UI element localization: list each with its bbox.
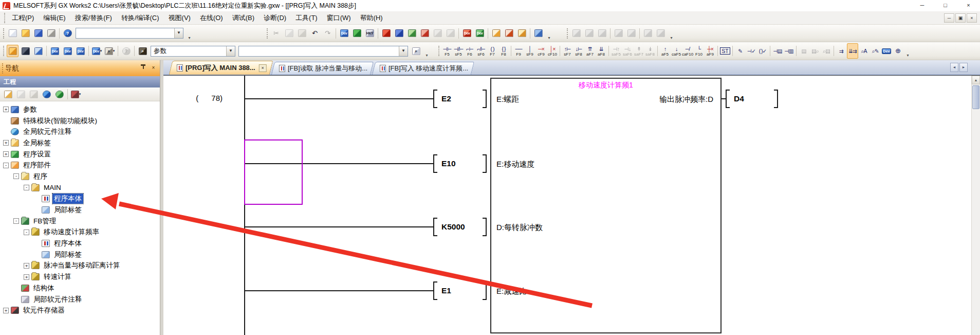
menu-project[interactable]: 工程(P) xyxy=(7,12,39,24)
falling-edge-icon[interactable]: ↓caF5 xyxy=(671,43,682,59)
tree-item-label[interactable]: 转速计算 xyxy=(42,272,73,282)
function-block[interactable]: 移动速度计算频1 E:螺距 E:移动速度 D:每转脉冲数 E:减速比 输出脉冲频… xyxy=(490,78,722,333)
tree-expander[interactable]: + xyxy=(3,140,9,146)
coil-icon[interactable]: ( )F7 xyxy=(487,43,498,59)
tree-expander[interactable]: - xyxy=(13,173,19,179)
menu-convert-compile[interactable]: 转换/编译(C) xyxy=(117,12,164,24)
device-find-icon[interactable]: Dev xyxy=(881,43,892,59)
menu-online[interactable]: 在线(O) xyxy=(195,12,228,24)
vertical-scrollbar[interactable]: ▲ xyxy=(971,76,980,335)
tab-fb-write-speed[interactable]: [FB]写入 移动速度计算频... xyxy=(372,62,475,75)
find-string-icon[interactable]: ⌕A xyxy=(858,43,870,59)
tree-expander[interactable]: + xyxy=(24,263,29,269)
device-write-icon[interactable]: Dev xyxy=(461,27,473,40)
tree-item-fb-move-speed[interactable]: -移动速度计算频率 xyxy=(24,227,160,238)
application-instruction-icon[interactable]: { }F8 xyxy=(498,43,509,59)
tree-item-fb-pulse-distance[interactable]: +脉冲当量与移动距离计算 xyxy=(24,260,160,272)
toolbar-overflow-icon[interactable]: ▾ xyxy=(186,27,193,40)
edit-coil-icon[interactable]: ( )✓ xyxy=(757,43,768,59)
maximize-button[interactable]: □ xyxy=(934,0,957,11)
dropdown-arrow-icon[interactable]: ▾ xyxy=(100,49,102,53)
edit-contact-icon[interactable]: ⊣✓ xyxy=(746,43,757,59)
device-comment-icon[interactable]: Dev xyxy=(49,45,61,57)
delete-vertical-line-icon[interactable]: │×cF10 xyxy=(547,43,558,59)
fb-input-cell[interactable]: E1 xyxy=(433,281,487,300)
fb-input-cell[interactable]: K5000 xyxy=(433,218,487,236)
property-icon[interactable] xyxy=(41,88,52,100)
tree-item-fb-local-label[interactable]: 局部标签 xyxy=(34,249,160,260)
toolbar-overflow-icon[interactable]: ▾ xyxy=(423,44,430,58)
help-icon[interactable]: ? xyxy=(120,45,132,57)
statement-icon[interactable]: ⊣▤ xyxy=(772,43,783,59)
edit-ladder-icon[interactable]: ✎ xyxy=(734,43,746,59)
tree-item-label[interactable]: 局部软元件注释 xyxy=(32,294,84,305)
doc-copy-icon[interactable] xyxy=(516,27,528,40)
tree-item-label[interactable]: 全局标签 xyxy=(22,138,52,148)
device-read-icon[interactable]: Dev xyxy=(474,27,486,40)
tree-item-program[interactable]: -程序 xyxy=(13,171,160,182)
tab-label[interactable]: [PRG]写入 MAIN 388... xyxy=(186,63,255,73)
pin-icon[interactable] xyxy=(139,64,147,73)
tree-item-label[interactable]: 软元件存储器 xyxy=(22,305,66,315)
scrollbar-thumb[interactable] xyxy=(972,85,979,109)
paste-icon[interactable] xyxy=(296,27,308,40)
device-value[interactable]: D4 xyxy=(730,90,774,108)
rising-edge-icon[interactable]: ↑aF5 xyxy=(659,43,671,59)
tree-expander[interactable]: - xyxy=(13,218,19,224)
vertical-line-icon[interactable]: │sF9 xyxy=(524,43,535,59)
tree-item-local-label[interactable]: 局部标签 xyxy=(34,204,160,216)
fb-monitor-5-icon[interactable] xyxy=(625,27,637,40)
copy-icon[interactable] xyxy=(283,27,295,40)
pulse-not-branch-up-icon[interactable]: ↟saF7 xyxy=(633,43,644,59)
tree-item-label[interactable]: 程序部件 xyxy=(22,160,52,170)
minimize-button[interactable]: ─ xyxy=(911,0,934,11)
print-icon[interactable] xyxy=(45,27,57,40)
doc-find2-icon[interactable]: ⌕▤ xyxy=(821,43,832,59)
tree-item-label[interactable]: MAIN xyxy=(42,183,63,192)
find-device-green-icon[interactable] xyxy=(406,27,418,40)
wire-insert-icon[interactable]: ⇉ xyxy=(836,43,847,59)
horizontal-line-icon[interactable]: ──F9 xyxy=(513,43,524,59)
tree-item-special-module[interactable]: 特殊模块(智能功能模块) xyxy=(3,115,160,127)
fb-monitor-4-icon[interactable] xyxy=(613,27,624,40)
menu-find-replace[interactable]: 搜索/替换(F) xyxy=(70,12,117,24)
toolbar-overflow-icon[interactable]: ▾ xyxy=(668,27,675,40)
fb-output-cell[interactable]: D4 xyxy=(726,90,778,108)
toolbar-overflow-icon[interactable]: ▾ xyxy=(904,44,911,58)
doc-find-icon[interactable]: ▤⌕ xyxy=(809,43,821,59)
tree-expander[interactable]: + xyxy=(24,274,29,280)
doc-import-icon[interactable] xyxy=(503,27,515,40)
device-value[interactable]: E2 xyxy=(437,90,483,108)
tree-item-label[interactable]: 程序本体 xyxy=(52,193,83,204)
close-branch-icon[interactable]: ⌐/⊢sF6 xyxy=(475,43,487,59)
copy-icon[interactable] xyxy=(15,88,27,100)
delete-horizontal-line-icon[interactable]: ─×cF9 xyxy=(535,43,547,59)
replace-string-icon[interactable]: ⌕✎ xyxy=(870,43,881,59)
tree-item-fb-program-body[interactable]: 程序本体 xyxy=(34,238,160,249)
tree-expander[interactable]: + xyxy=(3,107,9,112)
menu-debug[interactable]: 调试(B) xyxy=(228,12,259,24)
tree-expander[interactable]: - xyxy=(24,185,29,190)
doc-export-icon[interactable] xyxy=(490,27,502,40)
tree-expander[interactable]: - xyxy=(24,230,29,235)
tree-item-device-memory[interactable]: +软元件存储器 xyxy=(3,305,160,316)
dropdown-arrow-icon[interactable]: ▾ xyxy=(79,92,81,96)
tree-item-global-label[interactable]: +全局标签 xyxy=(3,137,160,149)
tree-item-label[interactable]: FB管理 xyxy=(32,216,58,226)
combo-arrow-icon[interactable]: ▼ xyxy=(174,28,183,38)
tree-expander[interactable]: + xyxy=(3,308,9,313)
tree-item-parameter[interactable]: +参数 xyxy=(3,104,160,115)
tree-item-label[interactable]: 程序本体 xyxy=(52,238,83,249)
delete-line-icon[interactable]: ─/caF10 xyxy=(682,43,693,59)
menu-help[interactable]: 帮助(H) xyxy=(356,12,387,24)
falling-pulse-icon[interactable]: ↓⊢sF8 xyxy=(573,43,584,59)
cross-reference-icon[interactable]: ⌕ xyxy=(137,45,149,57)
menu-diagnostics[interactable]: 诊断(D) xyxy=(259,12,291,24)
tree-expander[interactable]: + xyxy=(3,151,9,157)
tree-item-program-parts[interactable]: -程序部件 xyxy=(3,160,160,171)
tree-item-label[interactable]: 结构体 xyxy=(32,283,56,293)
save-icon[interactable] xyxy=(32,27,44,40)
device-comment2-icon[interactable]: Dev xyxy=(62,45,73,57)
tree-item-global-device-comment[interactable]: 全局软元件注释 xyxy=(3,126,160,137)
tree-item-label[interactable]: 全局软元件注释 xyxy=(22,127,73,137)
